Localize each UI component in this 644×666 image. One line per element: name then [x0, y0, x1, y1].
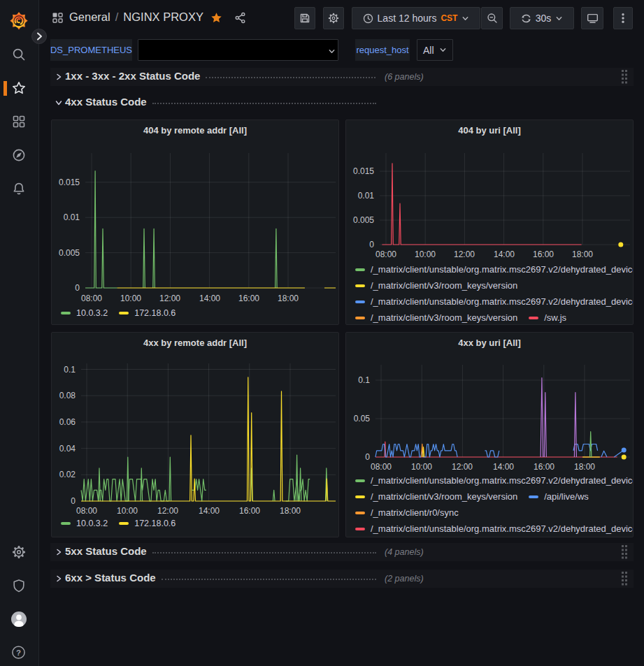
svg-text:?: ? [16, 649, 21, 657]
